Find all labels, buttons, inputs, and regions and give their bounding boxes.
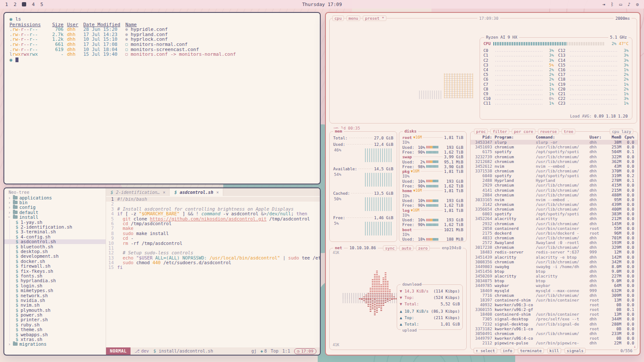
tree-file-network.sh[interactable]: $network.sh	[4, 293, 106, 298]
tab-2-identification…[interactable]: $2-identification…×	[106, 188, 170, 196]
process-row[interactable]: 2572XwaylandXwayland :0 -rootldhh193M0.0	[474, 240, 634, 245]
process-row[interactable]: 3373182kworker/u96:1-coroot0B0.0	[474, 326, 634, 331]
tree-dir-applications[interactable]: ›applications	[4, 195, 106, 200]
process-row[interactable]: 4033chromium/usr/lib/chromium/dhh701M0.0	[474, 235, 634, 240]
process-row[interactable]: 3449797kworker/u96:4-coroot0B0.0	[474, 336, 634, 341]
tree-file-login.sh[interactable]: $login.sh	[4, 283, 106, 288]
tree-file-fix-fkeys.sh[interactable]: $fix-fkeys.sh	[4, 268, 106, 273]
column-header[interactable]: User:	[589, 135, 604, 139]
display-icon[interactable]: ▭	[619, 2, 622, 7]
process-row[interactable]: 7716chromium/usr/lib/chromium/dhh309M0.0	[474, 293, 634, 298]
tab-asdcontrol.sh[interactable]: $asdcontrol.sh×	[170, 188, 223, 196]
btop-cpu-button[interactable]: cpu	[332, 15, 344, 21]
process-row[interactable]: 3033165nvimnvim --embed .dhh95M0.0	[474, 197, 634, 202]
process-row[interactable]: 3008356chromium/usr/lib/chromium/dhh342M…	[474, 259, 634, 264]
btop-preset-button[interactable]: preset *	[363, 15, 386, 21]
column-header[interactable]: Command:	[536, 135, 589, 139]
process-row[interactable]: 4141chromium/usr/lib/chromium/dhh215M0.0	[474, 188, 634, 193]
proc-action-signals[interactable]: signals	[565, 348, 586, 353]
process-row[interactable]: 3034075btopbtopdhh9.0M0.0	[474, 278, 634, 283]
tree-file-webapps.sh[interactable]: $webapps.sh	[4, 332, 106, 337]
process-row[interactable]: 2884chromium/usr/lib/chromium/dhh488M0.0	[474, 193, 634, 197]
net-sync-button[interactable]: sync	[383, 245, 397, 251]
process-row[interactable]: 2929chromium/usr/lib/chromium/dhh415M0.0	[474, 183, 634, 187]
tree-file-development.sh[interactable]: $development.sh	[4, 254, 106, 259]
column-header[interactable]: Pid:	[474, 135, 495, 139]
tree-file-xtras.sh[interactable]: $xtras.sh	[4, 337, 106, 341]
tree-file-mimetypes.sh[interactable]: $mimetypes.sh	[4, 288, 106, 293]
proc-action-info[interactable]: info	[501, 348, 514, 353]
tree-file-theme.sh[interactable]: $theme.sh	[4, 327, 106, 332]
process-row[interactable]: 3232739chromium/usr/lib/chromium/dhh322M…	[474, 154, 634, 159]
proc-tab-proc[interactable]: proc	[474, 129, 488, 134]
tree-file-power.sh[interactable]: $power.sh	[4, 312, 106, 317]
process-row[interactable]: 3212682chromium/usr/lib/chromium/dhh362M…	[474, 159, 634, 164]
workspace-3[interactable]	[22, 2, 26, 6]
column-header[interactable]: Program:	[495, 135, 536, 139]
process-row[interactable]: 3356654chromium/usr/lib/chromium/dhh400M…	[474, 207, 634, 211]
process-row[interactable]: 3451693chromium/usr/lib/chromium/dhh253M…	[474, 145, 634, 149]
process-row[interactable]: 3449803swaybgswaybg -i /home/dhdhh8.0M0.…	[474, 264, 634, 269]
process-row[interactable]: 18483redis-serverredis-server *:63799912…	[474, 250, 634, 254]
process-row[interactable]: 3449785waybarwaybardhh64M0.0	[474, 283, 634, 288]
process-row[interactable]: 3017238chromium/usr/lib/chromium/dhh329M…	[474, 245, 634, 250]
process-row[interactable]: 6003spotify/opt/spotify/spotidhh383M0.0	[474, 211, 634, 216]
proc-action-terminate[interactable]: terminate	[518, 348, 544, 353]
tree-file-firewall.sh[interactable]: $firewall.sh	[4, 263, 106, 268]
process-row[interactable]: 2058containerd/usr/bin/containerroot55M0…	[474, 226, 634, 231]
tree-dir-default[interactable]: ›default	[4, 210, 106, 214]
code-buffer[interactable]: 1#!/bin/bash23# Install asdcontrol for c…	[106, 196, 320, 347]
tree-file-docker.sh[interactable]: $docker.sh	[4, 259, 106, 263]
tree-file-printer.sh[interactable]: $printer.sh	[4, 317, 106, 322]
sort-mode[interactable]: cpu lazy	[610, 129, 633, 134]
tree-dir-bin[interactable]: ›bin	[4, 200, 106, 205]
refresh-interval[interactable]: 2000ms	[614, 16, 632, 21]
workspace-2[interactable]: 2	[14, 2, 17, 7]
tree-file-1-yay.sh[interactable]: $1-yay.sh	[4, 220, 106, 224]
tree-file-plymouth.sh[interactable]: $plymouth.sh	[4, 308, 106, 312]
workspace-4[interactable]: 4	[32, 2, 35, 7]
process-row[interactable]: 6040spotify/opt/spotify/spotidhh319M0.2	[474, 173, 634, 178]
tree-file-bluetooth.sh[interactable]: $bluetooth.sh	[4, 244, 106, 249]
process-row[interactable]: 3142chromium/usr/lib/chromium/dhh439M0.0	[474, 202, 634, 207]
proc-tab-tree[interactable]: tree	[562, 129, 575, 134]
process-row[interactable]: 2488HyprlandHyprlanddhh278M0.1	[474, 178, 634, 183]
process-row[interactable]: 3453347slurpslurp -ordhh38M0.0	[471, 140, 638, 145]
proc-tab-filter[interactable]: filter	[490, 129, 509, 134]
scroll-down-icon[interactable]: ↓	[634, 344, 636, 349]
terminal-cursor[interactable]	[15, 57, 18, 62]
tree-file-nvim.sh[interactable]: $nvim.sh	[4, 303, 106, 308]
process-row[interactable]: 3452264alacrittyalacrittydhh212M0.0	[474, 216, 634, 221]
tree-file-hyprlandia.sh[interactable]: $hyprlandia.sh	[4, 278, 106, 283]
btop-menu-button[interactable]: menu	[346, 15, 360, 21]
process-row[interactable]: 3451456btopbtopdhh9.0M0.0	[474, 269, 634, 274]
workspace-1[interactable]: 1	[5, 2, 8, 7]
tree-file-asdcontrol.sh[interactable]: $asdcontrol.sh	[4, 239, 106, 244]
proc-tab-reverse[interactable]: reverse	[538, 129, 559, 134]
tree-file-desktop.sh[interactable]: $desktop.sh	[4, 249, 106, 253]
proc-action-select[interactable]: ↑ select	[474, 348, 497, 353]
process-row[interactable]: 2112pipewire-pulse/usr/bin/pipewire-dhh2…	[474, 341, 634, 345]
power-icon[interactable]: ⊙	[636, 2, 639, 7]
close-icon[interactable]: ×	[216, 190, 219, 195]
tree-file-3-terminal.sh[interactable]: $3-terminal.sh	[4, 229, 106, 234]
column-header[interactable]: MemB	[604, 135, 621, 139]
process-row[interactable]: 3050491chromium/usr/lib/chromium/dhh233M…	[474, 331, 634, 336]
bluetooth-icon[interactable]: ᛒ	[611, 2, 614, 7]
process-row[interactable]: 3360155kworker/u96:2-gfroot0B0.1	[474, 307, 634, 312]
process-row[interactable]: 6175spotify/opt/spotify/spotidhh504M0.1	[474, 149, 634, 154]
volume-icon[interactable]: ♪	[628, 2, 631, 7]
tree-file-2-identification.sh[interactable]: $2-identification.sh	[4, 224, 106, 229]
column-header[interactable]: Cpu%	[621, 135, 634, 139]
tree-file-nvidia.sh[interactable]: $nvidia.sh	[4, 298, 106, 302]
workspace-5[interactable]: 5	[40, 2, 43, 7]
process-row[interactable]: 3451439alacrittyalacritty -e btopdhh142M…	[474, 255, 634, 259]
tree-file-4-config.sh[interactable]: $4-config.sh	[4, 234, 106, 239]
process-row[interactable]: 3371538chromium/usr/lib/chromium/dhh370M…	[474, 169, 634, 173]
tree-file-ruby.sh[interactable]: $ruby.sh	[4, 322, 106, 327]
process-row[interactable]: 40932kworker/u96:3-coroot0B0.0	[474, 302, 634, 307]
tree-file-fonts.sh[interactable]: $fonts.sh	[4, 273, 106, 278]
process-row[interactable]: 3450269alacrittyalacrittydhh227M0.0	[474, 274, 634, 278]
proc-action-kill[interactable]: kill	[547, 348, 561, 353]
process-row[interactable]: 7305signal-desktop/proc/self/exe --tdhh3…	[474, 317, 634, 321]
